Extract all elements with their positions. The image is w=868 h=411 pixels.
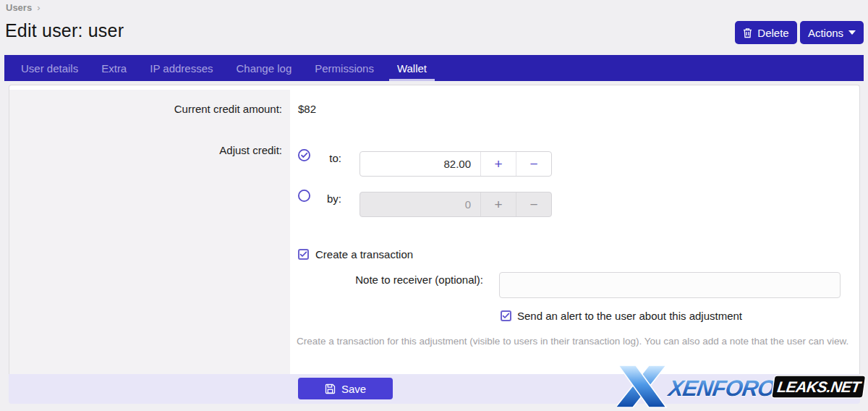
page-title: Edit user: user xyxy=(5,20,124,41)
adjust-to-decrement-button[interactable]: − xyxy=(516,152,551,176)
adjust-to-increment-button[interactable]: + xyxy=(480,152,516,176)
adjust-credit-label: Adjust credit: xyxy=(9,144,282,156)
adjust-by-input-group: + − xyxy=(359,192,552,217)
form-footer-bar: Save xyxy=(9,374,860,404)
adjust-by-label: by: xyxy=(316,192,341,205)
trash-icon xyxy=(743,27,752,38)
create-transaction-checkbox[interactable] xyxy=(298,249,309,260)
adjust-by-amount-input[interactable] xyxy=(360,192,480,216)
send-alert-label[interactable]: Send an alert to the user about this adj… xyxy=(517,310,742,322)
note-to-receiver-label: Note to receiver (optional): xyxy=(289,274,483,286)
tab-extra[interactable]: Extra xyxy=(93,55,135,81)
current-credit-value: $82 xyxy=(298,103,316,115)
adjust-to-input-group: + − xyxy=(359,151,552,177)
adjust-by-radio[interactable] xyxy=(297,189,311,203)
adjust-to-radio[interactable] xyxy=(297,148,311,162)
chevron-down-icon xyxy=(848,30,856,35)
adjust-by-decrement-button[interactable]: − xyxy=(516,192,551,216)
adjust-to-amount-input[interactable] xyxy=(360,152,480,176)
save-button-label: Save xyxy=(341,383,366,395)
tab-bar: User details Extra IP addresses Change l… xyxy=(4,55,864,81)
adjust-by-increment-button[interactable]: + xyxy=(480,192,516,216)
actions-button[interactable]: Actions xyxy=(800,21,864,44)
breadcrumb: Users› xyxy=(6,2,40,13)
breadcrumb-users-link[interactable]: Users xyxy=(6,2,32,13)
current-credit-label: Current credit amount: xyxy=(9,103,282,115)
note-to-receiver-input[interactable] xyxy=(499,272,841,298)
edit-user-page: Users› Edit user: user Delete Actions Us… xyxy=(0,0,868,411)
tab-ip-addresses[interactable]: IP addresses xyxy=(142,55,221,81)
create-transaction-label[interactable]: Create a transaction xyxy=(315,248,413,260)
tab-wallet[interactable]: Wallet xyxy=(389,55,435,81)
tab-permissions[interactable]: Permissions xyxy=(307,55,382,81)
form-label-column xyxy=(9,90,290,374)
tab-user-details[interactable]: User details xyxy=(13,55,86,81)
transaction-help-text: Create a transaction for this adjustment… xyxy=(297,334,855,349)
breadcrumb-chevron-icon: › xyxy=(37,2,40,13)
delete-button[interactable]: Delete xyxy=(735,21,797,44)
send-alert-checkbox[interactable] xyxy=(501,310,511,321)
actions-button-label: Actions xyxy=(808,27,843,39)
save-icon xyxy=(325,384,336,394)
tab-change-log[interactable]: Change log xyxy=(229,55,300,81)
adjust-to-label: to: xyxy=(316,152,341,164)
save-button[interactable]: Save xyxy=(298,378,393,399)
delete-button-label: Delete xyxy=(757,27,788,39)
